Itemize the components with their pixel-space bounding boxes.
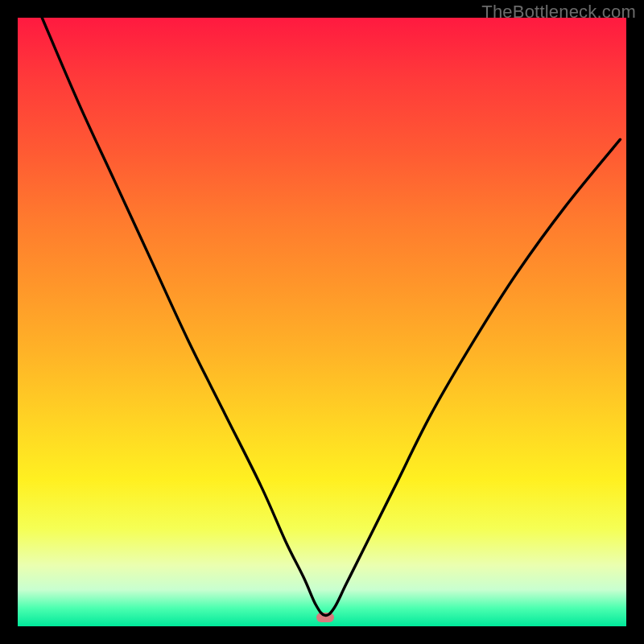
bottleneck-curve-path [42, 18, 620, 615]
plot-area [18, 18, 626, 626]
curve-svg [18, 18, 626, 626]
chart-frame: TheBottleneck.com [0, 0, 644, 644]
watermark-text: TheBottleneck.com [481, 2, 636, 23]
